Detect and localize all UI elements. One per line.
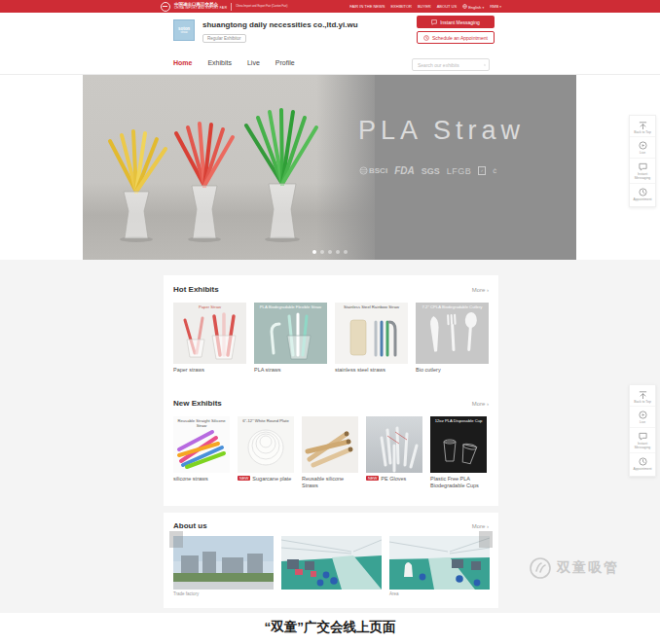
nav-tab-profile[interactable]: Profile bbox=[275, 59, 295, 66]
new-product-sugarcane-plate[interactable]: 6"-12" White Round Plate NEW Sugarcane p… bbox=[238, 416, 294, 489]
product-caption: stainless steel straws bbox=[335, 367, 385, 374]
product-caption: Reusable silicone Straws bbox=[302, 476, 358, 489]
chat-icon bbox=[639, 162, 647, 171]
hero-certifications: BSCI FDA SGS LFGB ✓ ċ bbox=[359, 165, 496, 176]
hot-product-stainless-straws[interactable]: Stainless Steel Rainbow Straw stainless … bbox=[335, 303, 408, 374]
topbar-link-exhibitor[interactable]: EXHIBITOR bbox=[390, 4, 412, 9]
about-us-title: About us bbox=[173, 521, 207, 530]
carousel-dot-2[interactable] bbox=[320, 250, 324, 254]
carousel-dot-1[interactable] bbox=[312, 250, 316, 254]
about-us-more-link[interactable]: More › bbox=[472, 523, 489, 529]
arrow-up-icon bbox=[639, 121, 647, 129]
hot-exhibits-row: Paper Straw Paper straws PLA Biodegradab… bbox=[173, 303, 489, 374]
topbar-link-news[interactable]: FAIR IN THE NEWS bbox=[349, 4, 385, 9]
hero-title: PLA Straw bbox=[358, 116, 525, 146]
search-box bbox=[412, 58, 490, 71]
floating-toolbar-bottom: Back to Top Live Instant Messaging Appoi… bbox=[629, 384, 656, 477]
exhibitor-badge: Regular Exhibitor bbox=[202, 34, 246, 43]
hero-banner[interactable]: PLA Straw BSCI FDA SGS LFGB ✓ ċ bbox=[83, 75, 576, 260]
about-us-header: About us More › bbox=[173, 521, 489, 530]
new-exhibits-title: New Exhibits bbox=[173, 399, 222, 408]
instant-messaging-button[interactable]: Instant Messaging bbox=[417, 16, 495, 28]
back-to-top-button[interactable]: Back to Top bbox=[630, 119, 655, 137]
about-image-workshop-1[interactable] bbox=[281, 536, 382, 596]
carousel-dot-4[interactable] bbox=[336, 250, 340, 254]
search-icon[interactable] bbox=[484, 62, 486, 68]
about-us-card: About us More › Trade factory Area bbox=[164, 513, 498, 608]
clock-icon bbox=[423, 35, 429, 41]
new-badge: NEW bbox=[366, 476, 379, 481]
canton-fair-brand[interactable]: 中国进出口商品交易会 CHINA IMPORT AND EXPORT FAIR … bbox=[161, 2, 287, 12]
new-product-reusable-straws[interactable]: Reusable silicone Straws bbox=[302, 416, 358, 489]
product-overlay-title: 6"-12" White Round Plate bbox=[238, 418, 294, 423]
new-badge: NEW bbox=[238, 476, 250, 481]
compostable-mark-icon: ċ bbox=[493, 166, 496, 175]
currency-selector[interactable]: RMB ▾ bbox=[490, 4, 501, 9]
schedule-appointment-button[interactable]: Schedule an Appointment bbox=[417, 31, 495, 44]
topbar-links: FAIR IN THE NEWS EXHIBITOR BUYER ABOUT U… bbox=[349, 4, 501, 10]
product-overlay-title: Reusable Straight Silicone Straw bbox=[173, 418, 230, 428]
nav-tab-exhibits[interactable]: Exhibits bbox=[207, 59, 232, 66]
new-exhibits-row: Reusable Straight Silicone Straw silicon… bbox=[173, 416, 487, 489]
product-overlay-title: PLA Biodegradable Flexible Straw bbox=[254, 304, 327, 309]
product-caption: silicone straws bbox=[173, 476, 208, 483]
topbar-divider bbox=[231, 3, 232, 11]
about-image-factory-aerial[interactable]: Trade factory bbox=[173, 536, 274, 596]
product-overlay-title: 7.2" CPLA Biodegradable Cutlery bbox=[416, 304, 489, 309]
canton-fair-brand-text: 中国进出口商品交易会 CHINA IMPORT AND EXPORT FAIR bbox=[174, 3, 227, 11]
new-product-pe-gloves[interactable]: NEW PE Gloves bbox=[366, 416, 422, 489]
live-button[interactable]: Live bbox=[630, 139, 655, 158]
store-navbar bbox=[0, 54, 660, 75]
bsci-logo: BSCI bbox=[359, 166, 387, 175]
hot-product-paper-straws[interactable]: Paper Straw Paper straws bbox=[173, 303, 246, 374]
product-caption: Sugarcane plate bbox=[252, 476, 291, 483]
back-to-top-button[interactable]: Back to Top bbox=[630, 388, 655, 407]
appointment-side-button[interactable]: Appointment bbox=[630, 186, 655, 203]
chat-icon bbox=[639, 432, 647, 441]
lfgb-logo: LFGB bbox=[447, 166, 472, 176]
hot-exhibits-title: Hot Exhibits bbox=[173, 285, 219, 294]
instant-messaging-side-button[interactable]: Instant Messaging bbox=[630, 161, 655, 184]
fda-logo: FDA bbox=[394, 165, 415, 176]
search-input[interactable] bbox=[416, 61, 482, 69]
exhibits-card: Hot Exhibits More › Paper Straw Paper st… bbox=[164, 275, 498, 506]
store-logo[interactable]: soton straw bbox=[173, 19, 195, 41]
language-selector[interactable]: English ▾ bbox=[462, 4, 484, 10]
about-caption: Trade factory bbox=[173, 591, 274, 596]
soton-watermark-text: 双童吸管 bbox=[557, 559, 619, 577]
sgs-logo: SGS bbox=[422, 166, 440, 176]
soton-watermark-logo-icon bbox=[529, 556, 552, 580]
product-caption: PLA straws bbox=[254, 367, 281, 374]
new-product-silicone-straws[interactable]: Reusable Straight Silicone Straw silicon… bbox=[173, 416, 230, 489]
new-exhibits-more-link[interactable]: More › bbox=[472, 401, 489, 407]
topbar-link-about[interactable]: ABOUT US bbox=[437, 4, 457, 9]
nav-tab-home[interactable]: Home bbox=[173, 59, 192, 66]
instant-messaging-side-button[interactable]: Instant Messaging bbox=[630, 430, 655, 453]
live-icon bbox=[639, 141, 647, 150]
cert-seal-icon: ✓ bbox=[478, 166, 486, 175]
nav-tab-live[interactable]: Live bbox=[247, 59, 260, 66]
about-carousel-prev[interactable] bbox=[169, 531, 183, 548]
product-caption: Paper straws bbox=[173, 367, 204, 374]
product-overlay-title: Stainless Steel Rainbow Straw bbox=[335, 304, 408, 309]
canton-fair-subtitle: China Import and Export Fair (Canton Fai… bbox=[236, 5, 287, 8]
live-button[interactable]: Live bbox=[630, 409, 655, 427]
new-product-pla-cups[interactable]: 12oz PLA Disposable Cup Plastic Free PLA… bbox=[430, 416, 487, 489]
hot-product-pla-straws[interactable]: PLA Biodegradable Flexible Straw PLA str… bbox=[254, 303, 327, 374]
chat-icon bbox=[431, 19, 437, 25]
live-icon bbox=[639, 411, 647, 419]
carousel-dot-5[interactable] bbox=[344, 250, 348, 254]
hot-exhibits-more-link[interactable]: More › bbox=[472, 287, 489, 293]
about-image-workshop-2[interactable]: Area bbox=[389, 536, 490, 596]
canton-fair-logo-icon bbox=[161, 2, 170, 12]
new-exhibits-header: New Exhibits More › bbox=[173, 399, 489, 408]
about-carousel-next[interactable] bbox=[479, 531, 493, 548]
appointment-side-button[interactable]: Appointment bbox=[630, 455, 655, 473]
topbar-link-buyer[interactable]: BUYER bbox=[418, 4, 431, 9]
carousel-dot-3[interactable] bbox=[328, 250, 332, 254]
product-caption: Bio cutlery bbox=[416, 367, 441, 374]
screenshot-caption: “双童”广交会线上页面 bbox=[0, 619, 660, 636]
product-overlay-title: 12oz PLA Disposable Cup bbox=[430, 418, 487, 423]
hot-product-bio-cutlery[interactable]: 7.2" CPLA Biodegradable Cutlery Bio cutl… bbox=[416, 303, 489, 374]
clock-icon bbox=[639, 457, 647, 466]
